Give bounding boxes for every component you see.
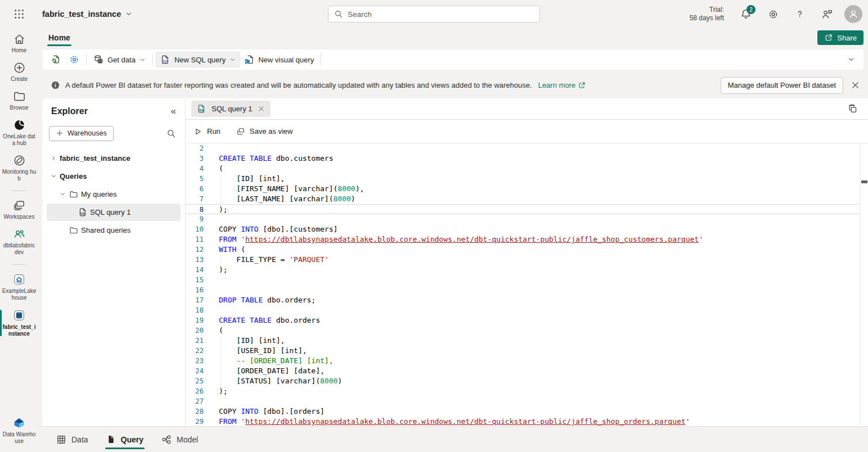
code-line-28[interactable]: 28COPY INTO [dbo].[orders] — [186, 406, 868, 417]
view-tab-query[interactable]: Query — [106, 427, 143, 452]
app-launcher-icon[interactable] — [0, 8, 38, 20]
code-line-29[interactable]: 29FROM 'https://dbtlabsynapsedatalake.bl… — [186, 417, 868, 426]
code-text: ); — [219, 386, 228, 396]
sql-document-icon: SQL — [160, 55, 170, 65]
close-tab-icon[interactable] — [258, 105, 265, 112]
tree-item-sql-query-1[interactable]: SQLSQL query 1 — [47, 204, 181, 221]
tree-item-shared-queries[interactable]: Shared queries — [47, 222, 181, 239]
refresh-button[interactable] — [47, 52, 65, 67]
settings-gear-button[interactable] — [65, 52, 83, 67]
code-line-17[interactable]: 17DROP TABLE dbo.orders; — [186, 295, 868, 305]
learn-more-link[interactable]: Learn more — [538, 81, 586, 89]
save-as-view-icon — [236, 127, 245, 136]
code-text: ( — [219, 164, 223, 174]
editor-scrollbar-track[interactable] — [860, 143, 860, 426]
save-as-view-button[interactable]: Save as view — [236, 127, 293, 136]
share-button[interactable]: Share — [817, 30, 863, 45]
chevron-down-icon[interactable] — [58, 191, 68, 197]
tree-item-queries[interactable]: Queries — [47, 168, 181, 185]
code-text: COPY INTO [dbo].[orders] — [219, 406, 325, 417]
code-line-26[interactable]: 26); — [186, 386, 868, 396]
indent-guide — [221, 194, 221, 204]
tab-home[interactable]: Home — [46, 30, 73, 45]
settings-button[interactable] — [763, 4, 782, 24]
chevron-down-icon[interactable] — [49, 173, 59, 179]
view-tab-label: Data — [71, 435, 88, 444]
code-line-7[interactable]: 7 [LAST_NAME] [varchar](8000) — [186, 194, 868, 204]
code-text: [ORDER_DATE] [date], — [219, 366, 325, 376]
banner-close-icon[interactable] — [851, 80, 860, 90]
rail-item-workspaces[interactable]: Workspaces — [0, 199, 38, 220]
workspace-switcher[interactable]: fabric_test_instance — [42, 10, 132, 19]
rail-item-label: Home — [2, 47, 37, 54]
code-line-19[interactable]: 19CREATE TABLE dbo.orders — [186, 315, 868, 326]
code-line-4[interactable]: 4( — [186, 164, 868, 174]
chevron-right-icon[interactable] — [49, 155, 59, 161]
line-number: 8 — [186, 205, 204, 214]
docquery-icon — [106, 435, 116, 444]
info-icon — [51, 80, 60, 90]
code-line-14[interactable]: 14); — [186, 265, 868, 275]
sql-code-editor[interactable]: 23CREATE TABLE dbo.customers4(5 [ID] [in… — [186, 143, 868, 426]
collapse-panel-icon[interactable]: « — [171, 106, 176, 117]
code-line-23[interactable]: 23 -- [ORDER_DATE] [int], — [186, 356, 868, 366]
line-number: 14 — [186, 265, 204, 275]
view-tab-model[interactable]: Model — [161, 427, 198, 452]
manage-default-dataset-button[interactable]: Manage default Power BI dataset — [721, 77, 843, 94]
rail-item-data-warehouse[interactable]: Data Warehouse — [0, 416, 38, 445]
code-line-15[interactable]: 15 — [186, 275, 868, 285]
code-line-13[interactable]: 13 FILE_TYPE = 'PARQUET' — [186, 255, 868, 265]
code-line-27[interactable]: 27 — [186, 396, 868, 406]
code-line-11[interactable]: 11FROM 'https://dbtlabsynapsedatalake.bl… — [186, 234, 868, 245]
code-line-10[interactable]: 10COPY INTO [dbo].[customers] — [186, 224, 868, 234]
get-data-button[interactable]: Get data — [89, 52, 150, 67]
query-tab[interactable]: SQL SQL query 1 — [191, 101, 271, 117]
line-number: 24 — [186, 366, 204, 376]
code-line-20[interactable]: 20( — [186, 326, 868, 336]
view-tab-data[interactable]: Data — [56, 427, 88, 452]
line-number: 22 — [186, 346, 204, 356]
rail-item-create[interactable]: Create — [0, 61, 38, 83]
code-line-5[interactable]: 5 [ID] [int], — [186, 174, 868, 184]
rail-item-fabric-test-instance[interactable]: fabric_test_instance — [0, 309, 38, 337]
code-line-6[interactable]: 6 [FIRST_NAME] [varchar](8000), — [186, 184, 868, 194]
add-warehouses-button[interactable]: Warehouses — [49, 126, 114, 141]
rail-item-onelake-data-hub[interactable]: OneLake data hub — [0, 119, 38, 147]
rail-item-browse[interactable]: Browse — [0, 90, 38, 111]
info-banner: A default Power BI dataset for faster re… — [38, 72, 868, 98]
feedback-button[interactable] — [817, 4, 836, 24]
left-nav-rail: HomeCreateBrowseOneLake data hubMonitori… — [0, 28, 38, 452]
ribbon-collapse-chevron-icon[interactable] — [843, 54, 859, 65]
tree-item-my-queries[interactable]: My queries — [47, 186, 181, 203]
account-avatar[interactable] — [844, 5, 862, 23]
notifications-button[interactable]: 2 — [736, 4, 755, 24]
indent-guide — [221, 366, 221, 376]
code-text: [USER_ID] [int], — [219, 346, 307, 356]
help-button[interactable] — [790, 4, 809, 24]
lakehouse-icon — [12, 273, 26, 286]
rail-item-examplelakehouse[interactable]: ExampleLakehouse — [0, 273, 38, 301]
rail-item-home[interactable]: Home — [0, 33, 38, 54]
code-line-22[interactable]: 22 [USER_ID] [int], — [186, 346, 868, 356]
code-line-8[interactable]: 8); — [186, 204, 860, 214]
code-line-25[interactable]: 25 [STATUS] [varchar](8000) — [186, 376, 868, 386]
tree-item-fabric-test-instance[interactable]: fabric_test_instance — [47, 150, 181, 167]
code-line-2[interactable]: 2 — [186, 143, 868, 153]
code-line-18[interactable]: 18 — [186, 305, 868, 315]
code-text: FILE_TYPE = 'PARQUET' — [219, 255, 329, 265]
code-line-12[interactable]: 12WITH ( — [186, 245, 868, 255]
new-visual-query-button[interactable]: New visual query — [240, 52, 318, 67]
code-line-24[interactable]: 24 [ORDER_DATE] [date], — [186, 366, 868, 376]
code-line-16[interactable]: 16 — [186, 285, 868, 295]
rail-item-dbtlabsfabricdev[interactable]: dbtlabsfabricdev — [0, 228, 38, 256]
code-line-3[interactable]: 3CREATE TABLE dbo.customers — [186, 153, 868, 164]
rail-item-monitoring-hub[interactable]: Monitoring hub — [0, 154, 38, 182]
code-line-21[interactable]: 21 [ID] [int], — [186, 336, 868, 346]
run-button[interactable]: Run — [194, 127, 221, 136]
copy-icon[interactable] — [848, 104, 858, 114]
code-line-9[interactable]: 9 — [186, 214, 868, 224]
explorer-search-icon[interactable] — [167, 129, 176, 138]
new-sql-query-button[interactable]: SQL New SQL query — [156, 52, 240, 67]
pluscircle-icon — [13, 61, 26, 74]
search-input[interactable]: Search — [328, 6, 540, 22]
